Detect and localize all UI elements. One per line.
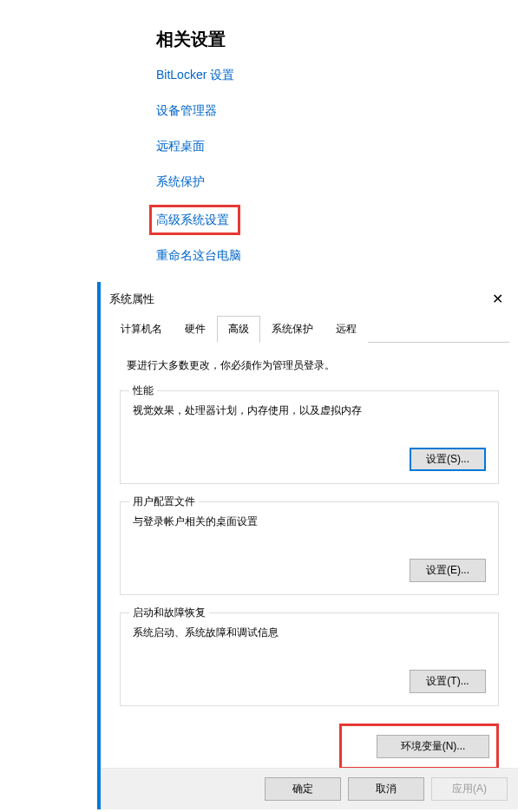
- tab-hardware[interactable]: 硬件: [174, 316, 217, 343]
- highlight-env-variables: 环境变量(N)...: [339, 724, 499, 769]
- startup-label: 启动和故障恢复: [129, 606, 209, 620]
- profiles-desc: 与登录帐户相关的桌面设置: [133, 514, 486, 529]
- profiles-settings-button[interactable]: 设置(E)...: [410, 559, 486, 582]
- tab-computer-name[interactable]: 计算机名: [109, 316, 174, 343]
- related-settings-panel: 相关设置 BitLocker 设置 设备管理器 远程桌面 系统保护 高级系统设置…: [156, 28, 241, 283]
- link-bitlocker[interactable]: BitLocker 设置: [156, 68, 234, 83]
- link-remote-desktop[interactable]: 远程桌面: [156, 139, 205, 154]
- link-advanced-system[interactable]: 高级系统设置: [156, 213, 229, 228]
- system-properties-dialog: 系统属性 ✕ 计算机名 硬件 高级 系统保护 远程 要进行大多数更改，你必须作为…: [97, 282, 518, 809]
- apply-button[interactable]: 应用(A): [431, 777, 508, 801]
- performance-label: 性能: [129, 383, 157, 398]
- related-settings-title: 相关设置: [156, 28, 241, 51]
- env-row: 环境变量(N)...: [120, 724, 499, 769]
- link-system-protection[interactable]: 系统保护: [156, 174, 205, 190]
- highlight-advanced-system: 高级系统设置: [149, 205, 240, 235]
- ok-button[interactable]: 确定: [265, 777, 341, 801]
- dialog-header: 系统属性 ✕: [101, 282, 518, 316]
- link-device-manager[interactable]: 设备管理器: [156, 103, 217, 119]
- performance-desc: 视觉效果，处理器计划，内存使用，以及虚拟内存: [133, 403, 486, 418]
- tab-bar: 计算机名 硬件 高级 系统保护 远程: [109, 316, 509, 343]
- tab-advanced[interactable]: 高级: [217, 316, 260, 343]
- tab-system-protection[interactable]: 系统保护: [260, 316, 324, 343]
- dialog-body: 要进行大多数更改，你必须作为管理员登录。 性能 视觉效果，处理器计划，内存使用，…: [101, 343, 518, 785]
- admin-note: 要进行大多数更改，你必须作为管理员登录。: [127, 358, 499, 373]
- performance-settings-button[interactable]: 设置(S)...: [410, 448, 486, 471]
- startup-group: 启动和故障恢复 系统启动、系统故障和调试信息 设置(T)...: [120, 612, 499, 706]
- dialog-title: 系统属性: [109, 291, 154, 307]
- close-icon[interactable]: ✕: [488, 291, 506, 307]
- link-rename-pc[interactable]: 重命名这台电脑: [156, 248, 241, 264]
- profiles-label: 用户配置文件: [129, 494, 199, 509]
- startup-settings-button[interactable]: 设置(T)...: [410, 670, 486, 693]
- environment-variables-button[interactable]: 环境变量(N)...: [377, 735, 489, 758]
- profiles-group: 用户配置文件 与登录帐户相关的桌面设置 设置(E)...: [120, 501, 499, 595]
- cancel-button[interactable]: 取消: [348, 777, 424, 801]
- dialog-footer: 确定 取消 应用(A): [101, 768, 518, 809]
- performance-group: 性能 视觉效果，处理器计划，内存使用，以及虚拟内存 设置(S)...: [120, 390, 499, 484]
- startup-desc: 系统启动、系统故障和调试信息: [133, 625, 486, 640]
- tab-remote[interactable]: 远程: [324, 316, 368, 343]
